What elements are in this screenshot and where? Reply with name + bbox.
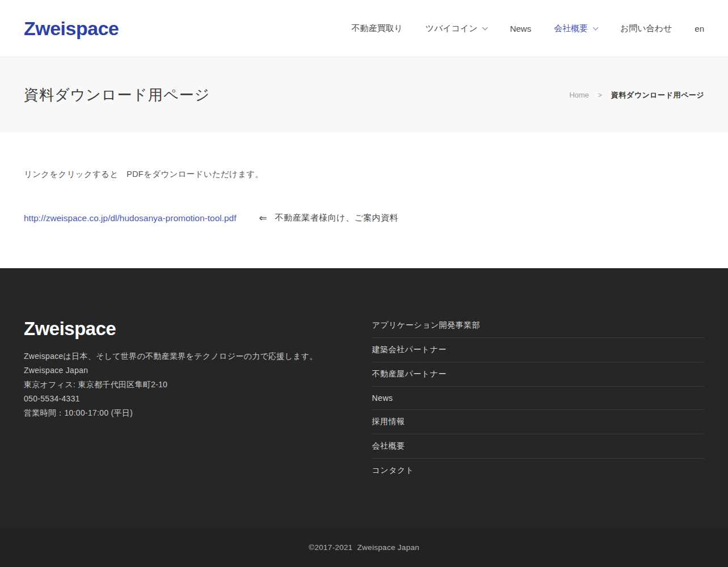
footer-links-column: アプリケーション開発事業部 建築会社パートナー 不動産屋パートナー News 採… [372,268,704,527]
footer-link-company-overview[interactable]: 会社概要 [372,434,704,459]
footer-about-line: Zweispace Japan [24,363,338,378]
site-footer: Zweispace Zweispaceは日本、そして世界の不動産業界をテクノロジ… [0,268,728,527]
footer-link-contact[interactable]: コンタクト [372,459,704,483]
chevron-down-icon [482,24,488,30]
nav-item-label: お問い合わせ [620,23,672,34]
footer-about-text: Zweispaceは日本、そして世界の不動産業界をテクノロジーの力で応援します。… [24,349,338,420]
footer-about-line: 東京オフィス: 東京都千代田区隼町2-10 [24,378,338,392]
nav-item-label: en [695,24,704,33]
download-description: 不動産業者様向け、ご案内資料 [275,213,399,223]
nav-item-label: 不動産買取り [352,23,403,34]
page-title-band: 資料ダウンロード用ページ Home > 資料ダウンロード用ページ [0,57,728,133]
bottom-bar: ©2017-2021 Zweispace Japan [0,527,728,567]
nav-item-label: News [510,24,531,33]
nav-item-contact[interactable]: お問い合わせ [620,23,672,34]
footer-about-column: Zweispace Zweispaceは日本、そして世界の不動産業界をテクノロジ… [24,268,338,527]
intro-text: リンクをクリックすると PDFをダウンロードいただけます。 [24,169,704,180]
nav-item-real-estate-purchase[interactable]: 不動産買取り [352,23,403,34]
main-nav: 不動産買取り ツバイコイン News 会社概要 お問い合わせ en [352,23,704,34]
nav-item-company-overview[interactable]: 会社概要 [554,23,598,34]
download-row: http://zweispace.co.jp/dl/hudosanya-prom… [24,212,704,224]
main-content: リンクをクリックすると PDFをダウンロードいただけます。 http://zwe… [0,133,728,268]
footer-link-construction-partner[interactable]: 建築会社パートナー [372,338,704,362]
nav-item-zweicoin[interactable]: ツバイコイン [425,23,487,34]
footer-link-news[interactable]: News [372,387,704,410]
chevron-down-icon [592,24,598,30]
footer-link-recruit[interactable]: 採用情報 [372,410,704,434]
footer-about-line: 050-5534-4331 [24,392,338,406]
breadcrumb: Home > 資料ダウンロード用ページ [569,90,704,100]
breadcrumb-separator: > [598,91,602,99]
breadcrumb-home-link[interactable]: Home [569,91,589,99]
footer-logo: Zweispace [24,318,338,340]
left-arrow-icon: ⇐ [259,212,267,224]
nav-item-news[interactable]: News [510,24,531,33]
footer-links-list: アプリケーション開発事業部 建築会社パートナー 不動産屋パートナー News 採… [372,314,704,483]
page-title: 資料ダウンロード用ページ [24,85,210,105]
footer-about-line: Zweispaceは日本、そして世界の不動産業界をテクノロジーの力で応援します。 [24,349,338,363]
footer-about-line: 営業時間：10:00-17:00 (平日) [24,406,338,420]
nav-item-label: 会社概要 [554,23,588,34]
copyright-text: ©2017-2021 Zweispace Japan [308,543,419,552]
nav-item-language-en[interactable]: en [695,24,704,33]
nav-item-label: ツバイコイン [425,23,477,34]
site-logo[interactable]: Zweispace [24,18,118,40]
site-header: Zweispace 不動産買取り ツバイコイン News 会社概要 お問い合わせ… [0,0,728,57]
footer-link-realtor-partner[interactable]: 不動産屋パートナー [372,362,704,387]
breadcrumb-current: 資料ダウンロード用ページ [611,90,704,100]
footer-link-app-development[interactable]: アプリケーション開発事業部 [372,314,704,338]
pdf-download-link[interactable]: http://zweispace.co.jp/dl/hudosanya-prom… [24,213,236,223]
